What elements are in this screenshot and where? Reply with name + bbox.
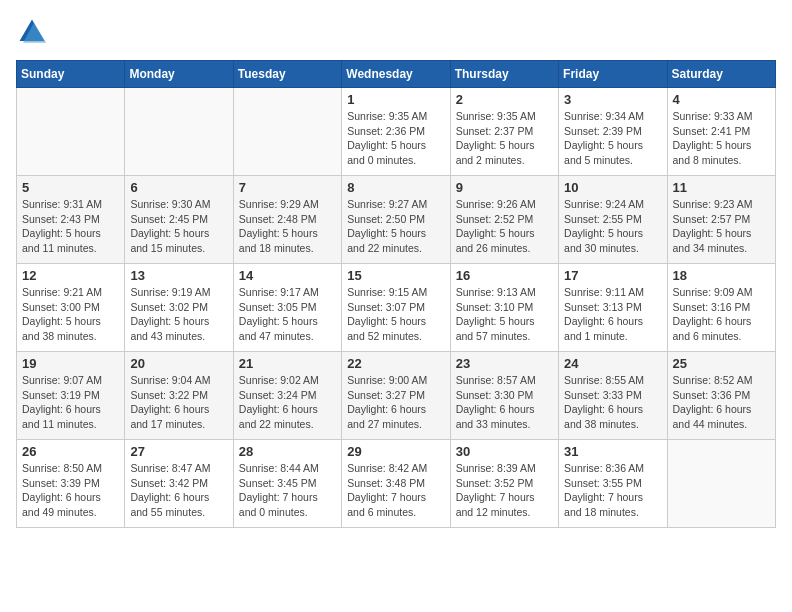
day-cell: 19Sunrise: 9:07 AM Sunset: 3:19 PM Dayli… [17, 352, 125, 440]
day-number: 23 [456, 356, 553, 371]
day-number: 28 [239, 444, 336, 459]
day-cell [125, 88, 233, 176]
day-cell [667, 440, 775, 528]
day-number: 15 [347, 268, 444, 283]
day-cell: 11Sunrise: 9:23 AM Sunset: 2:57 PM Dayli… [667, 176, 775, 264]
calendar-body: 1Sunrise: 9:35 AM Sunset: 2:36 PM Daylig… [17, 88, 776, 528]
day-cell: 28Sunrise: 8:44 AM Sunset: 3:45 PM Dayli… [233, 440, 341, 528]
day-cell: 22Sunrise: 9:00 AM Sunset: 3:27 PM Dayli… [342, 352, 450, 440]
day-info: Sunrise: 9:19 AM Sunset: 3:02 PM Dayligh… [130, 285, 227, 344]
day-number: 13 [130, 268, 227, 283]
day-info: Sunrise: 8:44 AM Sunset: 3:45 PM Dayligh… [239, 461, 336, 520]
day-cell: 12Sunrise: 9:21 AM Sunset: 3:00 PM Dayli… [17, 264, 125, 352]
day-cell: 10Sunrise: 9:24 AM Sunset: 2:55 PM Dayli… [559, 176, 667, 264]
day-info: Sunrise: 9:30 AM Sunset: 2:45 PM Dayligh… [130, 197, 227, 256]
day-cell: 16Sunrise: 9:13 AM Sunset: 3:10 PM Dayli… [450, 264, 558, 352]
day-number: 1 [347, 92, 444, 107]
header-cell-wednesday: Wednesday [342, 61, 450, 88]
day-number: 22 [347, 356, 444, 371]
week-row-0: 1Sunrise: 9:35 AM Sunset: 2:36 PM Daylig… [17, 88, 776, 176]
week-row-3: 19Sunrise: 9:07 AM Sunset: 3:19 PM Dayli… [17, 352, 776, 440]
day-number: 7 [239, 180, 336, 195]
day-number: 21 [239, 356, 336, 371]
day-cell: 27Sunrise: 8:47 AM Sunset: 3:42 PM Dayli… [125, 440, 233, 528]
day-number: 9 [456, 180, 553, 195]
day-cell: 6Sunrise: 9:30 AM Sunset: 2:45 PM Daylig… [125, 176, 233, 264]
calendar-table: SundayMondayTuesdayWednesdayThursdayFrid… [16, 60, 776, 528]
day-cell [233, 88, 341, 176]
day-info: Sunrise: 8:47 AM Sunset: 3:42 PM Dayligh… [130, 461, 227, 520]
header-row: SundayMondayTuesdayWednesdayThursdayFrid… [17, 61, 776, 88]
day-cell: 13Sunrise: 9:19 AM Sunset: 3:02 PM Dayli… [125, 264, 233, 352]
day-cell: 8Sunrise: 9:27 AM Sunset: 2:50 PM Daylig… [342, 176, 450, 264]
logo-icon [16, 16, 48, 48]
day-info: Sunrise: 9:35 AM Sunset: 2:36 PM Dayligh… [347, 109, 444, 168]
day-cell: 25Sunrise: 8:52 AM Sunset: 3:36 PM Dayli… [667, 352, 775, 440]
day-info: Sunrise: 9:02 AM Sunset: 3:24 PM Dayligh… [239, 373, 336, 432]
day-info: Sunrise: 9:33 AM Sunset: 2:41 PM Dayligh… [673, 109, 770, 168]
day-info: Sunrise: 8:55 AM Sunset: 3:33 PM Dayligh… [564, 373, 661, 432]
day-cell: 1Sunrise: 9:35 AM Sunset: 2:36 PM Daylig… [342, 88, 450, 176]
day-cell [17, 88, 125, 176]
day-info: Sunrise: 9:27 AM Sunset: 2:50 PM Dayligh… [347, 197, 444, 256]
day-number: 18 [673, 268, 770, 283]
day-cell: 26Sunrise: 8:50 AM Sunset: 3:39 PM Dayli… [17, 440, 125, 528]
day-cell: 30Sunrise: 8:39 AM Sunset: 3:52 PM Dayli… [450, 440, 558, 528]
day-number: 4 [673, 92, 770, 107]
day-cell: 23Sunrise: 8:57 AM Sunset: 3:30 PM Dayli… [450, 352, 558, 440]
page-header [16, 16, 776, 48]
day-cell: 3Sunrise: 9:34 AM Sunset: 2:39 PM Daylig… [559, 88, 667, 176]
day-number: 24 [564, 356, 661, 371]
day-cell: 17Sunrise: 9:11 AM Sunset: 3:13 PM Dayli… [559, 264, 667, 352]
day-number: 20 [130, 356, 227, 371]
header-cell-tuesday: Tuesday [233, 61, 341, 88]
day-info: Sunrise: 9:31 AM Sunset: 2:43 PM Dayligh… [22, 197, 119, 256]
day-cell: 15Sunrise: 9:15 AM Sunset: 3:07 PM Dayli… [342, 264, 450, 352]
day-info: Sunrise: 9:35 AM Sunset: 2:37 PM Dayligh… [456, 109, 553, 168]
day-cell: 18Sunrise: 9:09 AM Sunset: 3:16 PM Dayli… [667, 264, 775, 352]
week-row-2: 12Sunrise: 9:21 AM Sunset: 3:00 PM Dayli… [17, 264, 776, 352]
day-cell: 31Sunrise: 8:36 AM Sunset: 3:55 PM Dayli… [559, 440, 667, 528]
day-number: 25 [673, 356, 770, 371]
day-info: Sunrise: 9:17 AM Sunset: 3:05 PM Dayligh… [239, 285, 336, 344]
day-number: 26 [22, 444, 119, 459]
day-info: Sunrise: 9:23 AM Sunset: 2:57 PM Dayligh… [673, 197, 770, 256]
day-number: 5 [22, 180, 119, 195]
day-number: 6 [130, 180, 227, 195]
header-cell-friday: Friday [559, 61, 667, 88]
day-cell: 2Sunrise: 9:35 AM Sunset: 2:37 PM Daylig… [450, 88, 558, 176]
day-info: Sunrise: 9:11 AM Sunset: 3:13 PM Dayligh… [564, 285, 661, 344]
day-cell: 20Sunrise: 9:04 AM Sunset: 3:22 PM Dayli… [125, 352, 233, 440]
header-cell-sunday: Sunday [17, 61, 125, 88]
day-number: 31 [564, 444, 661, 459]
day-cell: 24Sunrise: 8:55 AM Sunset: 3:33 PM Dayli… [559, 352, 667, 440]
day-cell: 7Sunrise: 9:29 AM Sunset: 2:48 PM Daylig… [233, 176, 341, 264]
day-number: 10 [564, 180, 661, 195]
day-info: Sunrise: 9:26 AM Sunset: 2:52 PM Dayligh… [456, 197, 553, 256]
day-info: Sunrise: 9:07 AM Sunset: 3:19 PM Dayligh… [22, 373, 119, 432]
day-cell: 4Sunrise: 9:33 AM Sunset: 2:41 PM Daylig… [667, 88, 775, 176]
day-number: 3 [564, 92, 661, 107]
day-cell: 29Sunrise: 8:42 AM Sunset: 3:48 PM Dayli… [342, 440, 450, 528]
day-info: Sunrise: 8:57 AM Sunset: 3:30 PM Dayligh… [456, 373, 553, 432]
day-info: Sunrise: 9:21 AM Sunset: 3:00 PM Dayligh… [22, 285, 119, 344]
day-number: 19 [22, 356, 119, 371]
day-info: Sunrise: 9:34 AM Sunset: 2:39 PM Dayligh… [564, 109, 661, 168]
day-cell: 5Sunrise: 9:31 AM Sunset: 2:43 PM Daylig… [17, 176, 125, 264]
day-info: Sunrise: 9:09 AM Sunset: 3:16 PM Dayligh… [673, 285, 770, 344]
logo [16, 16, 52, 48]
day-number: 27 [130, 444, 227, 459]
day-number: 17 [564, 268, 661, 283]
day-number: 2 [456, 92, 553, 107]
header-cell-saturday: Saturday [667, 61, 775, 88]
day-number: 29 [347, 444, 444, 459]
day-info: Sunrise: 9:29 AM Sunset: 2:48 PM Dayligh… [239, 197, 336, 256]
day-cell: 21Sunrise: 9:02 AM Sunset: 3:24 PM Dayli… [233, 352, 341, 440]
day-info: Sunrise: 9:15 AM Sunset: 3:07 PM Dayligh… [347, 285, 444, 344]
day-cell: 9Sunrise: 9:26 AM Sunset: 2:52 PM Daylig… [450, 176, 558, 264]
day-cell: 14Sunrise: 9:17 AM Sunset: 3:05 PM Dayli… [233, 264, 341, 352]
day-number: 30 [456, 444, 553, 459]
day-info: Sunrise: 9:04 AM Sunset: 3:22 PM Dayligh… [130, 373, 227, 432]
calendar-header: SundayMondayTuesdayWednesdayThursdayFrid… [17, 61, 776, 88]
header-cell-monday: Monday [125, 61, 233, 88]
